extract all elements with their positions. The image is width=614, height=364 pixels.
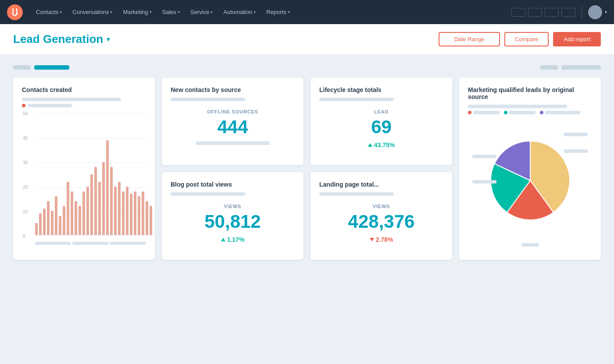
nav-tool-2[interactable] [528,8,542,17]
chart-bar[interactable] [98,182,101,235]
chart-bar[interactable] [55,196,57,235]
chart-bar[interactable] [39,213,42,235]
widget-title: Lifecycle stage totals [319,86,443,93]
widget-title: Contacts created [22,86,146,93]
chart-bar[interactable] [122,191,125,235]
trend-up-icon [368,143,372,147]
date-range-button[interactable]: Date Range [439,32,500,46]
add-report-button[interactable]: Add report [553,32,601,46]
svg-point-1 [16,13,18,15]
chevron-down-icon: ▾ [605,10,607,14]
pie-label [472,180,496,184]
subtitle-bar [319,192,394,196]
chart-bar[interactable] [110,167,113,235]
pie-chart-container [468,120,592,251]
nav-reports[interactable]: Reports ▾ [262,6,294,18]
stat-change: 43.75% [319,141,443,148]
chart-bar[interactable] [67,182,69,235]
chart-bar[interactable] [63,206,65,235]
nav-service[interactable]: Service ▾ [186,6,217,18]
nav-conversations[interactable]: Conversations ▾ [68,6,117,18]
header-actions: Date Range Compare Add report [439,32,601,46]
contacts-created-widget: Contacts created 50403020100 [13,78,155,260]
chart-bar[interactable] [150,206,152,235]
chart-bar[interactable] [102,162,105,235]
hubspot-logo[interactable] [7,4,23,20]
new-contacts-source-widget: New contacts by source OFFLINE SOURCES 4… [162,78,303,165]
widget-grid: Contacts created 50403020100 New contact… [13,78,601,260]
stat-value: 444 [171,117,295,137]
trend-down-icon [370,238,374,241]
nav-tool-4[interactable] [561,8,575,17]
chart-bar[interactable] [114,187,117,235]
trend-up-icon [221,238,225,241]
chart-bar[interactable] [106,140,109,235]
legend-dot [22,104,25,107]
chart-bar[interactable] [146,201,148,235]
svg-point-0 [7,4,23,20]
pie-label [564,149,588,153]
chevron-down-icon: ▾ [253,10,256,14]
y-axis-label: 50 [23,111,28,116]
filter-placeholder-1 [13,65,31,70]
chart-bar[interactable] [86,187,89,235]
stat-category: OFFLINE SOURCES [171,109,295,114]
chart-bar[interactable] [134,191,136,235]
nav-automation[interactable]: Automation ▾ [219,6,260,18]
chart-bar[interactable] [59,216,61,235]
legend-label [545,111,580,114]
nav-tool-1[interactable] [511,8,525,17]
chevron-down-icon: ▾ [211,10,213,14]
y-axis-label: 10 [23,209,28,214]
nav-marketing[interactable]: Marketing ▾ [118,6,156,18]
chart-bar[interactable] [130,194,132,235]
chevron-down-icon: ▾ [178,10,180,14]
legend-item-1 [468,111,500,114]
avatar[interactable] [588,5,602,19]
toolbar-right [540,65,601,70]
legend-label [509,111,535,114]
y-axis-label: 0 [23,234,25,239]
pie-label [564,133,588,136]
stat-category: LEAD [319,109,443,114]
legend-item-2 [504,111,535,114]
pie-bottom-label [521,243,539,247]
filter-placeholder-2 [34,65,69,70]
chart-bar[interactable] [138,196,140,235]
toolbar-action-1 [540,65,558,70]
chart-bar[interactable] [71,191,73,235]
navbar: Contacts ▾ Conversations ▾ Marketing ▾ S… [0,0,614,24]
chart-bar[interactable] [51,211,54,235]
subtitle-bar [319,98,394,101]
subtitle-bar [468,105,567,108]
nav-divider [582,6,582,19]
legend-label [473,111,500,114]
nav-contacts[interactable]: Contacts ▾ [32,6,66,18]
nav-tool-3[interactable] [545,8,559,17]
dashboard: Contacts created 50403020100 New contact… [0,55,614,364]
stat-change: 2.78% [319,236,443,243]
subtitle-bar [171,98,245,101]
subtitle-bar [171,192,245,196]
dashboard-toolbar [13,65,601,70]
chart-bar[interactable] [35,223,38,235]
chart-bar[interactable] [118,182,121,235]
chart-bar[interactable] [47,201,50,235]
chart-bar[interactable] [94,167,97,235]
pie-left-labels [472,155,496,184]
chart-bar[interactable] [82,191,85,235]
landing-page-views-widget: Landing page total... VIEWS 428,376 2.78… [311,172,452,260]
chart-bar[interactable] [43,209,46,235]
chart-bar[interactable] [126,187,129,235]
chart-bar[interactable] [90,174,93,235]
chart-bar[interactable] [75,201,77,235]
nav-sales[interactable]: Sales ▾ [158,6,185,18]
chart-bar[interactable] [142,191,144,235]
stat-bar [196,141,270,145]
toolbar-left [13,65,69,70]
page-title-dropdown-icon[interactable]: ▾ [107,35,110,43]
pie-label [472,155,496,158]
chart-bar[interactable] [79,206,81,235]
pie-right-labels [564,133,588,153]
compare-button[interactable]: Compare [504,32,549,46]
